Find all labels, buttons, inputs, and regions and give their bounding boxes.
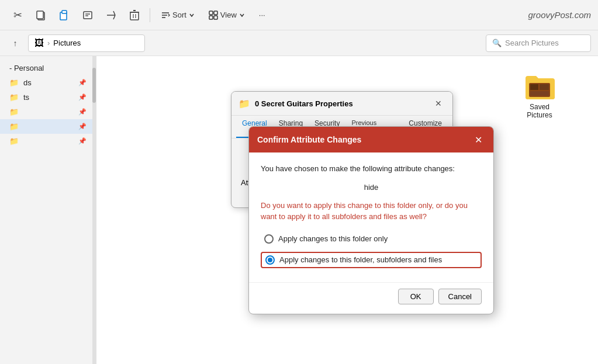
- delete-icon[interactable]: [124, 5, 145, 26]
- sidebar-personal-label: - Personal: [9, 64, 44, 72]
- rename-icon[interactable]: [77, 5, 98, 26]
- radio-folder-only-indicator: [264, 234, 274, 244]
- content-area: Saved Pictures 📁 0 Secret Guitars Proper…: [96, 56, 598, 364]
- confirm-title: Confirm Attribute Changes: [257, 135, 466, 144]
- confirm-close-button[interactable]: ✕: [471, 133, 485, 147]
- confirm-message: You have chosen to make the following at…: [261, 163, 482, 175]
- nav-up-button[interactable]: ↑: [7, 35, 23, 51]
- sidebar-folder-icon-4: 📁: [9, 122, 19, 131]
- search-icon: 🔍: [492, 39, 502, 47]
- radio-option-all[interactable]: Apply changes to this folder, subfolders…: [261, 252, 482, 268]
- folder-icon: [523, 72, 556, 100]
- cut-icon[interactable]: ✂: [7, 5, 28, 26]
- svg-rect-16: [214, 11, 217, 15]
- search-placeholder: Search Pictures: [505, 39, 559, 47]
- cancel-button[interactable]: Cancel: [438, 289, 482, 304]
- sidebar: - Personal 📁 ds 📌 📁 ts 📌 📁 📌 📁 📌 📁 📌: [0, 56, 96, 364]
- brand-text: groovyPost.com: [528, 10, 591, 20]
- svg-rect-17: [209, 16, 213, 19]
- confirm-dialog: Confirm Attribute Changes ✕ You have cho…: [248, 126, 494, 314]
- breadcrumb[interactable]: 🖼 › Pictures: [28, 34, 145, 52]
- list-item[interactable]: Saved Pictures: [516, 68, 563, 124]
- toolbar-separator: [150, 8, 150, 22]
- folder-grid: Saved Pictures: [96, 56, 598, 70]
- radio-folder-only-label: Apply changes to this folder only: [278, 234, 388, 243]
- view-chevron-icon: [239, 12, 245, 18]
- breadcrumb-folder-icon: 🖼: [34, 38, 44, 48]
- sidebar-folder-icon-3: 📁: [9, 108, 19, 116]
- sidebar-ts-label: ts: [23, 93, 29, 102]
- search-box[interactable]: 🔍 Search Pictures: [486, 34, 591, 52]
- sidebar-ts-pin-icon: 📌: [78, 93, 87, 101]
- sidebar-folder-icon: 📁: [9, 78, 19, 87]
- svg-rect-4: [84, 12, 92, 19]
- properties-title: 0 Secret Guitars Properties: [255, 99, 427, 108]
- view-label: View: [220, 11, 237, 19]
- svg-rect-21: [540, 84, 549, 90]
- view-button[interactable]: View: [203, 8, 251, 22]
- sidebar-scrollbar-thumb: [92, 68, 96, 103]
- sidebar-item-3[interactable]: 📁 📌: [0, 105, 96, 119]
- properties-close-button[interactable]: ✕: [431, 96, 445, 110]
- sidebar-scrollbar[interactable]: [92, 56, 96, 364]
- sidebar-pin-icon-5: 📌: [78, 137, 87, 145]
- main-area: - Personal 📁 ds 📌 📁 ts 📌 📁 📌 📁 📌 📁 📌: [0, 56, 598, 364]
- confirm-buttons: OK Cancel: [249, 282, 493, 314]
- sidebar-item-ts[interactable]: 📁 ts 📌: [0, 90, 96, 105]
- toolbar: ✂: [0, 0, 598, 30]
- radio-all-label: Apply changes to this folder, subfolders…: [279, 255, 442, 264]
- sidebar-item-ds[interactable]: 📁 ds 📌: [0, 75, 96, 90]
- more-button[interactable]: ···: [253, 8, 271, 22]
- radio-all-indicator: [265, 255, 275, 265]
- svg-rect-20: [530, 84, 538, 90]
- copy-icon[interactable]: [30, 5, 51, 26]
- folder-saved-pictures-label: Saved Pictures: [521, 103, 558, 119]
- confirm-body: You have chosen to make the following at…: [249, 152, 493, 282]
- confirm-question: Do you want to apply this change to this…: [261, 200, 482, 223]
- svg-rect-3: [62, 11, 67, 13]
- svg-rect-22: [530, 91, 549, 96]
- sidebar-pin-icon-4: 📌: [78, 123, 87, 130]
- sidebar-pin-icon-3: 📌: [78, 108, 87, 116]
- svg-rect-7: [130, 12, 139, 20]
- sort-button[interactable]: Sort: [155, 8, 201, 22]
- breadcrumb-current: Pictures: [53, 39, 81, 47]
- sidebar-item-4[interactable]: 📁 📌: [0, 119, 96, 134]
- sort-chevron-icon: [189, 12, 195, 18]
- view-icon: [209, 11, 218, 20]
- svg-rect-15: [209, 11, 213, 15]
- confirm-attribute: hide: [261, 183, 482, 192]
- sidebar-folder-icon-2: 📁: [9, 93, 19, 102]
- addressbar: ↑ 🖼 › Pictures 🔍 Search Pictures: [0, 30, 598, 56]
- confirm-titlebar: Confirm Attribute Changes ✕: [249, 127, 493, 152]
- sort-label: Sort: [172, 11, 186, 19]
- properties-titlebar: 📁 0 Secret Guitars Properties ✕: [231, 92, 452, 116]
- radio-option-folder-only[interactable]: Apply changes to this folder only: [261, 232, 482, 246]
- properties-title-icon: 📁: [238, 98, 250, 109]
- sidebar-item-personal[interactable]: - Personal: [0, 61, 96, 75]
- ok-button[interactable]: OK: [398, 289, 434, 304]
- sidebar-item-5[interactable]: 📁 📌: [0, 134, 96, 148]
- breadcrumb-separator: ›: [47, 39, 50, 47]
- sidebar-ds-label: ds: [23, 78, 32, 87]
- paste-icon[interactable]: [54, 5, 75, 26]
- svg-rect-18: [214, 16, 217, 19]
- svg-rect-1: [37, 11, 43, 19]
- more-label: ···: [259, 11, 265, 19]
- share-icon[interactable]: [101, 5, 122, 26]
- sidebar-ds-pin-icon: 📌: [78, 79, 87, 86]
- sidebar-folder-icon-5: 📁: [9, 137, 19, 145]
